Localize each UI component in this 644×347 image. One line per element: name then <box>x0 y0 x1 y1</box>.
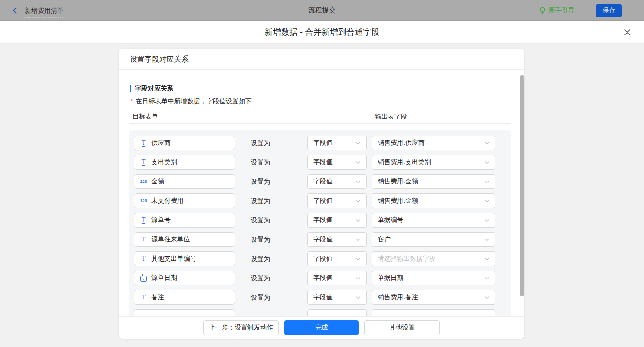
value-mode-value: 字段值 <box>313 197 353 205</box>
chevron-down-icon <box>484 160 489 165</box>
field-mapping-list: T供应商设置为字段值销售费用.供应商T支出类别设置为字段值销售费用.支出类别12… <box>129 130 511 316</box>
value-mode-select[interactable]: 字段值 <box>307 271 367 285</box>
target-field-box[interactable]: T备注 <box>134 290 235 305</box>
field-mapping-row: 123金额设置为字段值销售费用.金额 <box>129 174 511 189</box>
output-field-value: 客户 <box>378 235 482 244</box>
target-field-box[interactable]: T源单号 <box>134 213 235 228</box>
guide-label: 新手引导 <box>549 6 575 15</box>
section-title: 字段对应关系 <box>130 85 173 93</box>
required-asterisk: * <box>131 98 133 104</box>
output-field-select[interactable]: 客户 <box>372 232 495 247</box>
output-field-value: 销售费用.金额 <box>378 177 482 186</box>
target-field-box[interactable]: T供应商 <box>134 136 235 150</box>
modal-body: 设置字段对应关系 字段对应关系 *在目标表单中新增数据，字段值设置如下 目标表单… <box>0 44 644 347</box>
output-field-select[interactable]: 销售费用.支出类别 <box>372 155 495 170</box>
value-mode-value: 字段值 <box>313 274 353 282</box>
value-mode-select[interactable]: 字段值 <box>307 193 367 208</box>
field-mapping-row: 123未支付费用设置为字段值销售费用.金额 <box>129 193 511 208</box>
target-field-label: 源单日期 <box>151 274 177 282</box>
target-field-box[interactable]: 7源单日期 <box>134 271 235 285</box>
number-field-icon: 123 <box>140 179 147 184</box>
output-field-select[interactable]: 销售费用.金额 <box>372 193 495 208</box>
output-field-select[interactable]: 销售费用.金额 <box>372 174 495 189</box>
chevron-down-icon <box>356 276 361 281</box>
section-hint: *在目标表单中新增数据，字段值设置如下 <box>131 97 252 106</box>
output-field-value: 单据日期 <box>378 274 482 282</box>
value-mode-value: 字段值 <box>313 158 353 166</box>
target-field-box[interactable]: 123金额 <box>134 174 235 189</box>
top-bar: 新增费用清单 流程提交 新手引导 保存 <box>0 0 644 21</box>
target-field-label: 供应商 <box>151 139 171 147</box>
target-field-label: 支出类别 <box>151 158 177 166</box>
value-mode-select[interactable]: 字段值 <box>307 290 367 305</box>
close-icon[interactable] <box>621 26 633 38</box>
chevron-down-icon <box>356 160 361 165</box>
text-field-icon: T <box>142 140 146 147</box>
value-mode-select[interactable]: 字段值 <box>307 155 367 170</box>
scrollbar-thumb[interactable] <box>520 75 524 296</box>
prev-step-button[interactable]: 上一步：设置触发动作 <box>203 320 279 335</box>
output-field-value: 销售费用.备注 <box>378 293 482 301</box>
done-button[interactable]: 完成 <box>284 320 359 335</box>
column-header-output-field: 输出表字段 <box>375 113 407 121</box>
output-field-select[interactable]: 请选择输出数据字段 <box>372 251 495 266</box>
beginner-guide-link[interactable]: 新手引导 <box>539 6 575 15</box>
card-header: 设置字段对应关系 <box>119 49 524 70</box>
set-as-label: 设置为 <box>251 232 270 247</box>
output-field-value: 单据编号 <box>378 216 482 224</box>
output-field-value: 销售费用.供应商 <box>378 139 482 147</box>
target-field-label: 未支付费用 <box>151 197 184 205</box>
value-mode-select[interactable] <box>307 309 367 316</box>
set-as-label: 设置为 <box>251 174 270 189</box>
chevron-down-icon <box>484 295 489 300</box>
target-field-box[interactable]: T源单往来单位 <box>134 232 235 247</box>
target-field-box[interactable]: T其他支出单编号 <box>134 251 235 266</box>
target-field-box[interactable]: T支出类别 <box>134 155 235 170</box>
modal-title-bar: 新增数据 - 合并新增到普通字段 <box>0 21 644 44</box>
output-field-select[interactable]: 销售费用.备注 <box>372 290 495 305</box>
card-title: 设置字段对应关系 <box>130 55 189 64</box>
field-mapping-row: T源单往来单位设置为字段值客户 <box>129 232 511 247</box>
output-field-select[interactable] <box>372 309 495 316</box>
chevron-down-icon <box>484 199 489 204</box>
modal-title: 新增数据 - 合并新增到普通字段 <box>264 27 380 38</box>
value-mode-value: 字段值 <box>313 216 353 224</box>
target-field-label: 金额 <box>151 177 164 186</box>
chevron-down-icon <box>356 295 361 300</box>
value-mode-select[interactable]: 字段值 <box>307 174 367 189</box>
text-field-icon: T <box>142 256 146 262</box>
value-mode-select[interactable]: 字段值 <box>307 251 367 266</box>
other-settings-button[interactable]: 其他设置 <box>364 320 440 335</box>
value-mode-select[interactable]: 字段值 <box>307 232 367 247</box>
field-mapping-row: 7源单日期设置为字段值单据日期 <box>129 271 511 285</box>
target-field-label: 源单号 <box>151 216 171 224</box>
target-field-box[interactable] <box>134 309 235 316</box>
field-mapping-row: T供应商设置为字段值销售费用.供应商 <box>129 136 511 150</box>
output-field-select[interactable]: 单据编号 <box>372 213 495 228</box>
value-mode-value: 字段值 <box>313 139 353 147</box>
section-accent-bar <box>130 85 131 92</box>
output-field-select[interactable]: 单据日期 <box>372 271 495 285</box>
text-field-icon: T <box>142 236 146 243</box>
set-as-label: 设置为 <box>251 213 270 228</box>
target-field-box[interactable]: 123未支付费用 <box>134 193 235 208</box>
target-field-label: 备注 <box>151 293 164 301</box>
chevron-down-icon <box>484 276 489 281</box>
lightbulb-icon <box>539 7 546 14</box>
chevron-down-icon <box>484 141 489 146</box>
mapping-card: 设置字段对应关系 字段对应关系 *在目标表单中新增数据，字段值设置如下 目标表单… <box>119 49 524 339</box>
value-mode-select[interactable]: 字段值 <box>307 213 367 228</box>
field-mapping-row <box>129 309 511 316</box>
set-as-label: 设置为 <box>251 136 270 150</box>
chevron-down-icon <box>356 237 361 242</box>
chevron-down-icon <box>484 237 489 242</box>
value-mode-value: 字段值 <box>313 177 353 186</box>
save-button[interactable]: 保存 <box>596 4 622 17</box>
chevron-down-icon <box>484 179 489 184</box>
chevron-down-icon <box>356 141 361 146</box>
value-mode-select[interactable]: 字段值 <box>307 136 367 150</box>
target-field-label: 其他支出单编号 <box>151 255 196 263</box>
output-field-select[interactable]: 销售费用.供应商 <box>372 136 495 150</box>
text-field-icon: T <box>142 159 146 166</box>
output-field-value: 请选择输出数据字段 <box>378 255 482 263</box>
